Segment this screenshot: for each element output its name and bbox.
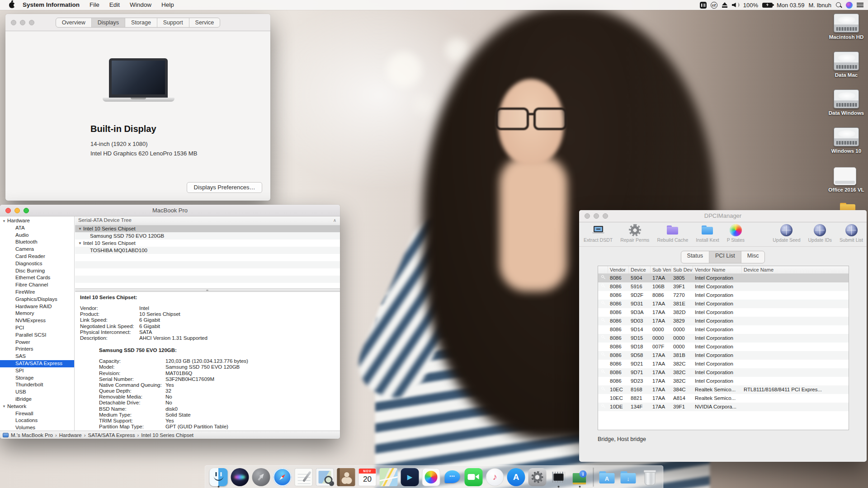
table-row[interactable]: 80869D0317AA3829Intel Corporation [598,317,849,325]
dock-item-safari[interactable] [273,466,292,488]
dock-item-chip-app[interactable] [549,466,569,488]
table-row[interactable]: 80869D3117AA381EIntel Corporation [598,300,849,308]
toolbar-button-repair-perms[interactable]: Repair Perms [620,224,649,243]
table-row[interactable]: 80869D2F80867270Intel Corporation [598,291,849,300]
sidebar-item-disc-burning[interactable]: Disc Burning [0,267,74,275]
sidebar-item-card-reader[interactable]: Card Reader [0,253,74,260]
apple-menu-icon[interactable] [9,2,15,8]
dock-item-textedit[interactable] [294,466,314,488]
menu-item-window[interactable]: Window [125,0,156,10]
disclosure-triangle-icon[interactable]: ▼ [2,218,6,225]
device-tree-row[interactable]: ▼Intel 10 Series Chipset [75,225,340,232]
menu-user-name[interactable]: M. Ibnuh [808,0,831,10]
toolbar-button-rebuild-cache[interactable]: Rebuild Cache [657,224,688,243]
tab-storage[interactable]: Storage [125,18,157,27]
table-row[interactable]: 80869D2117AA382CIntel Corporation [598,360,849,368]
path-segment[interactable]: M.'s MacBook Pro [11,432,53,438]
dock-item-siri[interactable] [230,466,250,488]
minimize-button[interactable] [14,208,20,213]
dock-item-trash[interactable] [640,466,660,488]
collapse-chevron-icon[interactable]: ∧ [333,216,336,224]
battery-menu-icon[interactable] [762,0,773,10]
sidebar-item-fibre-channel[interactable]: Fibre Channel [0,282,74,289]
sidebar-item-thunderbolt[interactable]: Thunderbolt [0,381,74,389]
table-row[interactable]: 80869D1400000000Intel Corporation [598,325,849,334]
dock-item-app-store[interactable]: A [506,466,526,488]
sidebar-item-camera[interactable]: Camera [0,246,74,253]
siri-menu-icon[interactable] [846,0,853,10]
desktop-icon-windows-10[interactable]: Windows 10 [825,127,868,154]
sidebar-item-hardware-raid[interactable]: Hardware RAID [0,303,74,310]
column-header[interactable] [598,266,608,273]
table-row[interactable]: 10EC882117AAA814Realtek Semico... [598,394,849,403]
toolbar-button-update-seed[interactable]: Update Seed [773,224,800,243]
column-header[interactable]: Vendor Name [693,266,742,273]
table-row[interactable]: 80865916106B39F1Intel Corporation [598,282,849,291]
dock-item-facetime[interactable] [464,466,484,488]
sidebar-item-diagnostics[interactable]: Diagnostics [0,260,74,267]
dock-item-video-player[interactable]: ▶ [400,466,420,488]
window-titlebar[interactable]: DPCIManager [579,210,867,222]
zoom-button[interactable] [24,208,29,213]
desktop-icon-macintosh-hd[interactable]: Macintosh HD [825,14,868,40]
device-tree-row[interactable]: ▼Intel 10 Series Chipset [75,239,340,247]
menu-item-edit[interactable]: Edit [104,0,125,10]
minimize-button[interactable] [594,213,599,219]
toolbar-button-submit-list[interactable]: Submit List [840,224,863,243]
sidebar-item-storage[interactable]: Storage [0,375,74,382]
tab-status[interactable]: Status [681,251,709,263]
column-header[interactable]: Device [629,266,651,273]
desktop-icon-office-2016-vl[interactable]: Office 2016 VL [825,166,868,192]
desktop-icon-data-mac[interactable]: Data Mac [825,52,868,78]
window-titlebar[interactable]: MacBook Pro [0,205,340,216]
sidebar-item-sata-sata-express[interactable]: SATA/SATA Express [0,360,74,367]
volume-menu-icon[interactable] [732,0,739,10]
sidebar-item-graphics-displays[interactable]: Graphics/Displays [0,296,74,303]
dock-item-contacts[interactable] [336,466,356,488]
dock-item-maps[interactable] [379,466,399,488]
spotlight-menu-icon[interactable] [835,0,842,10]
tab-support[interactable]: Support [157,18,189,27]
path-segment[interactable]: Intel 10 Series Chipset [141,432,193,438]
device-tree-row[interactable]: Samsung SSD 750 EVO 120GB [75,232,340,239]
sidebar-item-pci[interactable]: PCI [0,324,74,332]
menu-app-name[interactable]: System Information [18,0,85,10]
table-row[interactable]: 80869D7117AA382CIntel Corporation [598,368,849,377]
toolbar-button-p-states[interactable]: P States [727,224,745,243]
dock-item-dpcimanager-app[interactable]: i [570,466,590,488]
toolbar-button-extract-dsdt[interactable]: Extract DSDT [584,224,613,243]
dock-item-folder-downloads[interactable]: ↓ [618,466,638,488]
tab-displays[interactable]: Displays [91,18,125,27]
disclosure-triangle-icon[interactable]: ▼ [2,403,6,410]
tab-misc[interactable]: Misc [741,251,765,263]
sidebar-item-ibridge[interactable]: iBridge [0,396,74,403]
sleep-keeper-icon[interactable]: zZ [711,2,717,9]
sidebar-item-firewall[interactable]: Firewall [0,410,74,418]
sidebar-item-printers[interactable]: Printers [0,346,74,353]
notification-center-icon[interactable] [857,0,863,10]
dock-item-launchpad[interactable] [251,466,271,488]
sidebar-item-hardware[interactable]: ▼Hardware [0,217,74,225]
column-header[interactable]: Device Name [742,266,849,273]
table-row[interactable]: 8086590417AA3805Intel Corporation [598,274,849,282]
sidebar-item-bluetooth[interactable]: Bluetooth [0,239,74,246]
tab-overview[interactable]: Overview [56,18,91,27]
table-row[interactable]: 80869D5817AA381BIntel Corporation [598,351,849,360]
disclosure-triangle-icon[interactable]: ▼ [78,240,82,247]
tab-service[interactable]: Service [189,18,220,27]
dock-item-photos[interactable] [421,466,441,488]
sidebar-item-volumes[interactable]: Volumes [0,424,74,431]
dock-item-calendar[interactable]: NOV20 [358,466,377,488]
table-row[interactable]: 80869D18007F0000Intel Corporation [598,343,849,351]
table-row[interactable]: 80869D2317AA382CIntel Corporation [598,377,849,385]
toolbar-button-update-ids[interactable]: Update IDs [808,224,832,243]
disclosure-triangle-icon[interactable]: ▼ [78,225,82,233]
displays-preferences-button[interactable]: Displays Preferences… [187,182,262,193]
device-tree-row[interactable]: TOSHIBA MQ01ABD100 [75,247,340,254]
column-header[interactable]: Sub Ven [651,266,671,273]
sidebar-item-spi[interactable]: SPI [0,367,74,375]
close-button[interactable] [585,213,590,219]
dock-item-folder-applications[interactable]: A [597,466,617,488]
tab-pci-list[interactable]: PCI List [709,251,741,263]
dock-item-preview[interactable] [315,466,335,488]
